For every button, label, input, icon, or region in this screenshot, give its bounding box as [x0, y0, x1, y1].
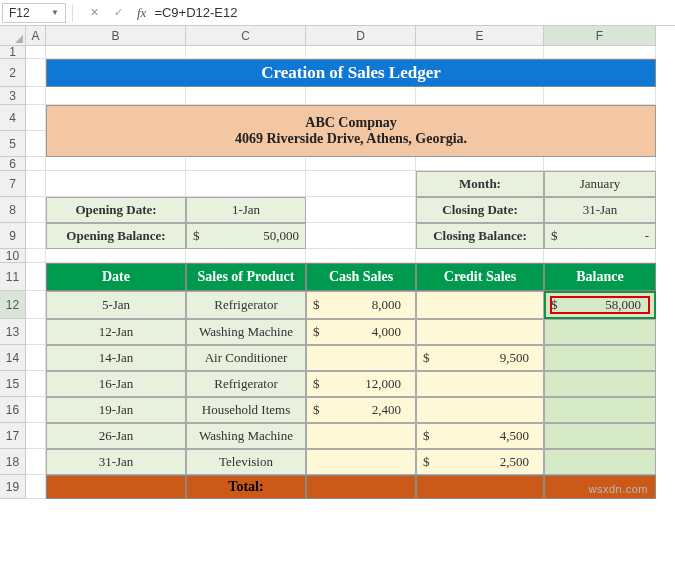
- cell-date[interactable]: 26-Jan: [46, 423, 186, 449]
- fx-icon[interactable]: fx: [137, 5, 146, 21]
- cell-balance[interactable]: [544, 345, 656, 371]
- chevron-down-icon[interactable]: ▼: [51, 8, 59, 17]
- cell-cash[interactable]: $4,000: [306, 319, 416, 345]
- row-header[interactable]: 9: [0, 223, 26, 249]
- closing-balance-value[interactable]: $-: [544, 223, 656, 249]
- cell-credit[interactable]: $4,500: [416, 423, 544, 449]
- formula-bar-row: F12 ▼ ✕ ✓ fx: [0, 0, 675, 26]
- opening-balance-label: Opening Balance:: [46, 223, 186, 249]
- total-credit-cell[interactable]: [416, 475, 544, 499]
- row-header[interactable]: 6: [0, 157, 26, 171]
- company-header: ABC Compnay 4069 Riverside Drive, Athens…: [46, 105, 656, 157]
- row-header[interactable]: 12: [0, 291, 26, 319]
- cell-cash[interactable]: [306, 345, 416, 371]
- formula-controls: ✕ ✓ fx: [85, 4, 150, 22]
- row-header[interactable]: 2: [0, 59, 26, 87]
- row-header[interactable]: 4: [0, 105, 26, 131]
- row-header[interactable]: 18: [0, 449, 26, 475]
- cell-balance[interactable]: $58,000: [544, 291, 656, 319]
- cell-credit[interactable]: $9,500: [416, 345, 544, 371]
- header-product: Sales of Product: [186, 263, 306, 291]
- cell-credit[interactable]: [416, 397, 544, 423]
- divider: [72, 4, 73, 22]
- cells-area[interactable]: Creation of Sales Ledger ABC Compnay 406…: [26, 46, 656, 499]
- cell-balance[interactable]: [544, 371, 656, 397]
- company-name: ABC Compnay: [305, 115, 396, 131]
- row-header[interactable]: 11: [0, 263, 26, 291]
- cell-date[interactable]: 31-Jan: [46, 449, 186, 475]
- cell-balance[interactable]: [544, 423, 656, 449]
- col-header[interactable]: E: [416, 26, 544, 46]
- total-date-cell: [46, 475, 186, 499]
- opening-date-label: Opening Date:: [46, 197, 186, 223]
- page-title: Creation of Sales Ledger: [46, 59, 656, 87]
- header-date: Date: [46, 263, 186, 291]
- col-header[interactable]: C: [186, 26, 306, 46]
- cell-cash[interactable]: $8,000: [306, 291, 416, 319]
- cell-product[interactable]: Television: [186, 449, 306, 475]
- row-header[interactable]: 15: [0, 371, 26, 397]
- cell-product[interactable]: Refrigerator: [186, 291, 306, 319]
- header-balance: Balance: [544, 263, 656, 291]
- row-header[interactable]: 8: [0, 197, 26, 223]
- company-address: 4069 Riverside Drive, Athens, Georgia.: [235, 131, 467, 147]
- closing-balance-label: Closing Balance:: [416, 223, 544, 249]
- opening-date-value[interactable]: 1-Jan: [186, 197, 306, 223]
- cell-date[interactable]: 12-Jan: [46, 319, 186, 345]
- row-headers: 1 2 3 4 5 6 7 8 9 10 11 12 13 14 15 16 1…: [0, 46, 26, 499]
- cell-date[interactable]: 19-Jan: [46, 397, 186, 423]
- col-header[interactable]: D: [306, 26, 416, 46]
- col-header[interactable]: F: [544, 26, 656, 46]
- cell-balance[interactable]: [544, 449, 656, 475]
- cell-balance[interactable]: [544, 397, 656, 423]
- sheet-header-row: A B C D E F: [0, 26, 675, 46]
- row-header[interactable]: 19: [0, 475, 26, 499]
- cell-cash[interactable]: $12,000: [306, 371, 416, 397]
- row-header[interactable]: 3: [0, 87, 26, 105]
- total-cash-cell[interactable]: [306, 475, 416, 499]
- closing-date-value[interactable]: 31-Jan: [544, 197, 656, 223]
- select-all-cell[interactable]: [0, 26, 26, 46]
- row-header[interactable]: 10: [0, 249, 26, 263]
- row-header[interactable]: 17: [0, 423, 26, 449]
- cell-date[interactable]: 16-Jan: [46, 371, 186, 397]
- cell-credit[interactable]: [416, 319, 544, 345]
- cancel-icon: ✕: [85, 4, 103, 22]
- cell-product[interactable]: Refrigerator: [186, 371, 306, 397]
- cell-product[interactable]: Air Conditioner: [186, 345, 306, 371]
- name-box-value: F12: [9, 6, 30, 20]
- row-header[interactable]: 16: [0, 397, 26, 423]
- cell-product[interactable]: Washing Machine: [186, 423, 306, 449]
- cell-cash[interactable]: [306, 449, 416, 475]
- row-header[interactable]: 13: [0, 319, 26, 345]
- header-credit: Credit Sales: [416, 263, 544, 291]
- cell-cash[interactable]: $2,400: [306, 397, 416, 423]
- cell-credit[interactable]: $2,500: [416, 449, 544, 475]
- closing-date-label: Closing Date:: [416, 197, 544, 223]
- cell-date[interactable]: 5-Jan: [46, 291, 186, 319]
- watermark: wsxdn.com: [588, 483, 648, 495]
- name-box[interactable]: F12 ▼: [2, 3, 66, 23]
- opening-balance-value[interactable]: $50,000: [186, 223, 306, 249]
- col-header[interactable]: B: [46, 26, 186, 46]
- month-label: Month:: [416, 171, 544, 197]
- sheet-body: 1 2 3 4 5 6 7 8 9 10 11 12 13 14 15 16 1…: [0, 46, 675, 499]
- cell-product[interactable]: Washing Machine: [186, 319, 306, 345]
- cell-credit[interactable]: [416, 291, 544, 319]
- cell-credit[interactable]: [416, 371, 544, 397]
- row-header[interactable]: 7: [0, 171, 26, 197]
- col-header[interactable]: A: [26, 26, 46, 46]
- cell-balance[interactable]: [544, 319, 656, 345]
- month-value[interactable]: January: [544, 171, 656, 197]
- cell-cash[interactable]: [306, 423, 416, 449]
- column-headers: A B C D E F: [26, 26, 656, 46]
- cell-product[interactable]: Household Items: [186, 397, 306, 423]
- total-label: Total:: [186, 475, 306, 499]
- cell-date[interactable]: 14-Jan: [46, 345, 186, 371]
- row-header[interactable]: 14: [0, 345, 26, 371]
- header-cash: Cash Sales: [306, 263, 416, 291]
- confirm-icon: ✓: [109, 4, 127, 22]
- formula-input[interactable]: [150, 3, 675, 22]
- row-header[interactable]: 5: [0, 131, 26, 157]
- row-header[interactable]: 1: [0, 46, 26, 59]
